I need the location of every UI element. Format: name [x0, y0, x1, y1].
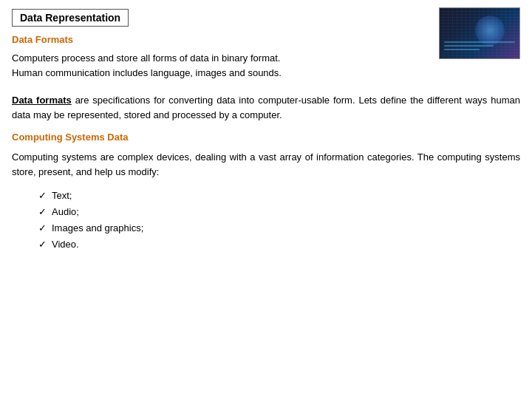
header-left: Data Representation Data Formats Compute… [12, 9, 432, 87]
thumbnail-image [439, 7, 520, 59]
data-formats-rest: are specifications for converting data i… [12, 95, 520, 120]
list-item: Images and graphics; [38, 220, 520, 236]
intro-text: Computers process and store all forms of… [12, 51, 432, 80]
list-item: Video. [38, 236, 520, 253]
header-area: Data Representation Data Formats Compute… [12, 9, 520, 87]
data-formats-term: Data formats [12, 95, 72, 106]
thumbnail-line-2 [444, 45, 494, 47]
intro-line1: Computers process and store all forms of… [12, 52, 280, 64]
page-container: Data Representation Data Formats Compute… [0, 0, 532, 399]
data-formats-subtitle: Data Formats [12, 34, 432, 45]
thumbnail-lines [444, 41, 515, 52]
thumbnail-circle [475, 16, 505, 45]
checklist: Text; Audio; Images and graphics; Video. [12, 188, 520, 253]
intro-line2: Human communication includes language, i… [12, 67, 282, 78]
list-item: Audio; [38, 204, 520, 220]
computing-description: Computing systems are complex devices, d… [12, 150, 520, 180]
computing-systems-title: Computing Systems Data [12, 132, 520, 143]
thumbnail-line-1 [444, 41, 515, 43]
page-title: Data Representation [12, 9, 129, 27]
thumbnail-line-3 [444, 49, 480, 50]
data-formats-description: Data formats are specifications for conv… [12, 93, 520, 123]
list-item: Text; [38, 188, 520, 204]
